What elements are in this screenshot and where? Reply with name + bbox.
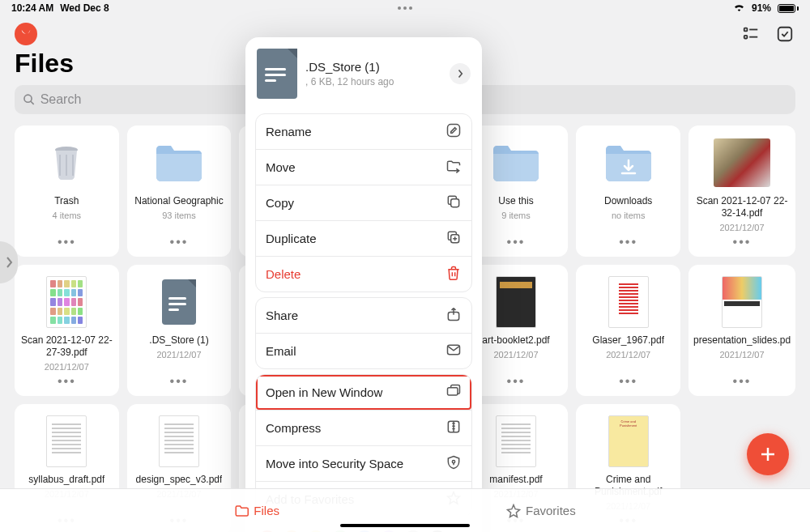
tile-thumbnail — [151, 138, 207, 187]
shield-icon — [446, 454, 462, 473]
tile-name: art-booklet2.pdf — [482, 334, 549, 347]
tile-thumbnail — [38, 278, 95, 326]
tile-name: Downloads — [604, 195, 652, 207]
view-list-button[interactable] — [740, 23, 761, 45]
app-logo[interactable] — [15, 23, 37, 45]
add-button[interactable] — [747, 433, 789, 475]
tile-name: Trash — [54, 195, 79, 207]
file-tile[interactable]: National Geographic 93 items ••• — [127, 126, 232, 257]
menu-duplicate[interactable]: Duplicate — [256, 220, 471, 256]
svg-point-15 — [452, 461, 454, 463]
copy-icon — [446, 194, 462, 212]
tile-thumbnail — [151, 417, 207, 466]
folder-icon — [234, 504, 249, 518]
battery-pct: 91% — [752, 2, 771, 14]
trash-icon — [446, 265, 462, 283]
battery-icon — [778, 4, 799, 13]
file-tile[interactable]: Scan 2021-12-07 22-27-39.pdf 2021/12/07 … — [15, 265, 119, 396]
tab-files[interactable]: Files — [234, 504, 279, 518]
tile-more-button[interactable]: ••• — [170, 375, 189, 391]
tile-more-button[interactable]: ••• — [733, 236, 752, 252]
tile-thumbnail — [600, 278, 657, 326]
tile-meta: 93 items — [162, 211, 196, 220]
tile-more-button[interactable]: ••• — [507, 375, 526, 391]
tile-more-button[interactable]: ••• — [507, 236, 526, 252]
tile-meta: no items — [612, 211, 646, 220]
home-indicator[interactable] — [340, 524, 470, 527]
status-date: Wed Dec 8 — [60, 2, 109, 14]
context-header[interactable]: .DS_Store (1) , 6 KB, 12 hours ago — [245, 37, 482, 109]
tile-name: National Geographic — [134, 195, 223, 207]
duplicate-icon — [446, 229, 462, 248]
tile-name: .DS_Store (1) — [149, 334, 208, 347]
svg-rect-9 — [451, 199, 459, 207]
context-menu: .DS_Store (1) , 6 KB, 12 hours ago Renam… — [245, 37, 482, 532]
svg-point-5 — [24, 95, 32, 102]
move-icon — [446, 158, 462, 177]
tile-name: manifest.pdf — [489, 474, 542, 486]
star-icon — [506, 504, 521, 518]
archive-icon — [446, 419, 462, 437]
context-subtitle: , 6 KB, 12 hours ago — [305, 76, 394, 87]
file-tile[interactable]: Scan 2021-12-07 22-32-14.pdf 2021/12/07 … — [688, 126, 795, 257]
tile-meta: 2021/12/07 — [719, 223, 764, 232]
file-tile[interactable]: .DS_Store (1) 2021/12/07 ••• — [127, 265, 232, 396]
svg-rect-0 — [744, 28, 748, 32]
multitask-dots[interactable] — [398, 6, 412, 10]
menu-email[interactable]: Email — [256, 333, 471, 368]
tile-thumbnail — [714, 138, 770, 187]
svg-rect-1 — [744, 36, 748, 39]
tab-favorites[interactable]: Favorites — [506, 504, 576, 518]
select-button[interactable] — [774, 23, 795, 45]
tile-more-button[interactable]: ••• — [733, 375, 752, 391]
tile-thumbnail — [38, 138, 95, 187]
tile-thumbnail — [488, 278, 544, 326]
tile-more-button[interactable]: ••• — [619, 375, 637, 391]
menu-copy[interactable]: Copy — [256, 185, 471, 220]
menu-delete[interactable]: Delete — [256, 256, 471, 292]
tile-more-button[interactable]: ••• — [619, 236, 637, 252]
chevron-right-icon[interactable] — [450, 63, 471, 84]
window-icon — [446, 383, 462, 402]
tile-thumbnail — [151, 278, 207, 326]
menu-compress[interactable]: Compress — [256, 410, 471, 445]
tile-meta: 9 items — [501, 211, 530, 220]
share-icon — [446, 306, 462, 325]
file-tile[interactable]: Glaser_1967.pdf 2021/12/07 ••• — [576, 265, 680, 396]
svg-rect-4 — [778, 28, 792, 41]
file-tile[interactable]: Downloads no items ••• — [576, 126, 680, 257]
wifi-icon — [733, 2, 745, 14]
menu-rename[interactable]: Rename — [256, 114, 471, 149]
tile-more-button[interactable]: ••• — [58, 236, 76, 252]
tile-meta: 4 items — [53, 211, 81, 220]
tile-more-button[interactable]: ••• — [58, 375, 76, 391]
tile-more-button[interactable]: ••• — [170, 236, 189, 252]
tile-name: presentation_slides.pdf — [693, 334, 791, 347]
search-icon — [23, 93, 36, 106]
menu-share[interactable]: Share — [256, 298, 471, 333]
menu-move-into-security-space[interactable]: Move into Security Space — [256, 445, 471, 481]
tile-thumbnail — [488, 138, 544, 187]
file-doc-icon — [257, 49, 297, 99]
menu-open-in-new-window[interactable]: Open in New Window — [256, 375, 471, 410]
tile-meta: 2021/12/07 — [156, 350, 201, 360]
tile-meta: 2021/12/07 — [719, 350, 764, 360]
context-title: .DS_Store (1) — [305, 60, 394, 74]
file-tile[interactable]: presentation_slides.pdf 2021/12/07 ••• — [688, 265, 795, 396]
tile-meta: 2021/12/07 — [493, 350, 538, 360]
status-time: 10:24 AM — [11, 2, 53, 14]
tile-thumbnail — [38, 417, 95, 466]
tile-name: Use this — [498, 195, 533, 207]
file-tile[interactable]: Trash 4 items ••• — [15, 126, 119, 257]
tile-meta: 2021/12/07 — [606, 350, 650, 360]
tile-thumbnail — [714, 278, 770, 326]
svg-rect-8 — [448, 125, 460, 137]
status-bar: 10:24 AM Wed Dec 8 91% — [0, 0, 810, 16]
tile-thumbnail — [600, 138, 657, 187]
menu-move[interactable]: Move — [256, 149, 471, 185]
tile-name: syllabus_draft.pdf — [28, 474, 104, 486]
tile-name: Glaser_1967.pdf — [592, 334, 664, 347]
tile-meta: 2021/12/07 — [45, 362, 89, 372]
tile-name: Scan 2021-12-07 22-27-39.pdf — [19, 334, 114, 359]
mail-icon — [446, 342, 462, 360]
